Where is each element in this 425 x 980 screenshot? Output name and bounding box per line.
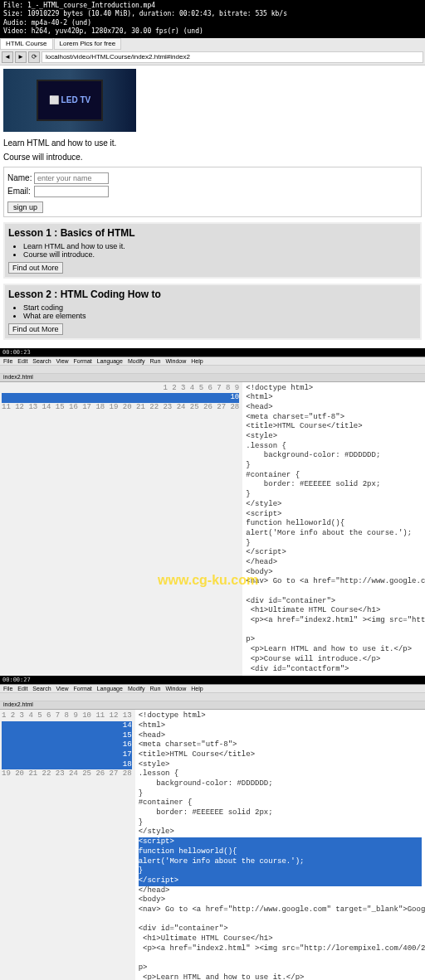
- editor-menubar: File Edit Search View Format Language Mo…: [0, 685, 425, 693]
- browser-tab-1[interactable]: HTML Course: [0, 38, 53, 50]
- list-item: Course will introduce.: [23, 250, 417, 259]
- meta-size: Size: 10910229 bytes (10.40 MiB), durati…: [3, 10, 422, 18]
- list-item: Learn HTML and how to use it.: [23, 242, 417, 250]
- browser-chrome: HTML Course Lorem Pics for free ◄ ► ⟳: [0, 38, 425, 65]
- menu-search[interactable]: Search: [32, 686, 51, 691]
- name-input[interactable]: [34, 172, 109, 184]
- menu-view[interactable]: View: [56, 358, 69, 364]
- menu-run[interactable]: Run: [150, 358, 161, 364]
- menu-file[interactable]: File: [3, 686, 12, 691]
- lesson-2: Lesson 2 : HTML Coding How to Start codi…: [3, 284, 422, 340]
- email-input[interactable]: [34, 186, 109, 197]
- forward-icon: ►: [17, 53, 24, 61]
- course-text: Course will introduce.: [3, 153, 422, 162]
- reload-button[interactable]: ⟳: [28, 51, 40, 63]
- file-tab[interactable]: index2.html: [3, 374, 33, 380]
- menu-modify[interactable]: Modify: [128, 358, 145, 364]
- menu-file[interactable]: File: [3, 358, 12, 364]
- findout-button-1[interactable]: Find out More: [8, 262, 63, 274]
- menu-edit[interactable]: Edit: [17, 358, 27, 364]
- code-area-1[interactable]: 1 2 3 4 5 6 7 8 9 1011 12 13 14 15 16 17…: [0, 382, 425, 677]
- menu-modify[interactable]: Modify: [128, 686, 145, 691]
- rendered-page: ⬜ LED TV Learn HTML and how to use it. C…: [0, 65, 425, 348]
- tv-label: ⬜ LED TV: [49, 95, 90, 104]
- editor-filetabs: index2.html: [0, 701, 425, 710]
- address-bar: ◄ ► ⟳: [0, 50, 425, 65]
- url-input[interactable]: [42, 51, 423, 63]
- menu-window[interactable]: Window: [165, 358, 186, 364]
- editor-filetabs: index2.html: [0, 374, 425, 382]
- signup-button[interactable]: sign up: [7, 201, 43, 213]
- meta-video: Video: h264, yuv420p, 1280x720, 30.00 fp…: [3, 27, 422, 36]
- back-icon: ◄: [4, 53, 11, 61]
- list-item: Start coding: [23, 303, 417, 312]
- menu-window[interactable]: Window: [165, 686, 186, 691]
- findout-button-2[interactable]: Find out More: [8, 323, 63, 335]
- editor-pane-1: File Edit Search View Format Language Mo…: [0, 357, 425, 677]
- menu-help[interactable]: Help: [191, 358, 203, 364]
- lesson-1-title: Lesson 1 : Basics of HTML: [8, 227, 417, 239]
- browser-tabs: HTML Course Lorem Pics for free: [0, 38, 425, 50]
- meta-audio: Audio: mp4a-40-2 (und): [3, 19, 422, 27]
- menu-search[interactable]: Search: [32, 358, 51, 364]
- code-lines[interactable]: <!doctype html> <html> <head> <meta char…: [242, 382, 425, 677]
- line-gutter: 1 2 3 4 5 6 7 8 9 10 11 12 13 1415161718…: [0, 710, 135, 980]
- watermark: www.cg-ku.com: [158, 573, 258, 588]
- learn-text: Learn HTML and how to use it.: [3, 138, 422, 148]
- browser-tab-2[interactable]: Lorem Pics for free: [54, 38, 122, 50]
- menu-format[interactable]: Format: [74, 686, 92, 691]
- email-label: Email:: [7, 187, 34, 196]
- editor-pane-2: File Edit Search View Format Language Mo…: [0, 684, 425, 980]
- menu-language[interactable]: Language: [97, 358, 123, 364]
- tv-screen: ⬜ LED TV: [37, 80, 103, 121]
- name-label: Name:: [7, 173, 34, 182]
- editor-toolbar: [0, 693, 425, 701]
- tab-label: Lorem Pics for free: [60, 40, 116, 47]
- code-area-2[interactable]: 1 2 3 4 5 6 7 8 9 10 11 12 13 1415161718…: [0, 710, 425, 980]
- tab-label: HTML Course: [6, 40, 47, 47]
- list-item: What are elements: [23, 312, 417, 320]
- timestamp-1: 00:00:23: [0, 348, 425, 357]
- video-metadata: File: 1_-_HTML_course_Introduction.mp4 S…: [0, 0, 425, 38]
- back-button[interactable]: ◄: [2, 51, 13, 63]
- lesson-2-title: Lesson 2 : HTML Coding How to: [8, 289, 417, 300]
- meta-file: File: 1_-_HTML_course_Introduction.mp4: [3, 2, 422, 10]
- timestamp-2: 00:00:27: [0, 676, 425, 684]
- menu-edit[interactable]: Edit: [17, 686, 27, 691]
- editor-toolbar: [0, 366, 425, 374]
- code-lines[interactable]: <!doctype html> <html> <head> <meta char…: [135, 710, 425, 980]
- hero-image[interactable]: ⬜ LED TV: [3, 69, 136, 132]
- editor-menubar: File Edit Search View Format Language Mo…: [0, 357, 425, 366]
- lesson-1: Lesson 1 : Basics of HTML Learn HTML and…: [3, 222, 422, 279]
- file-tab[interactable]: index2.html: [3, 701, 33, 707]
- menu-help[interactable]: Help: [191, 686, 203, 691]
- forward-button[interactable]: ►: [15, 51, 27, 63]
- signup-form: Name: Email: sign up: [3, 167, 422, 217]
- menu-view[interactable]: View: [56, 686, 69, 691]
- menu-run[interactable]: Run: [150, 686, 161, 691]
- menu-format[interactable]: Format: [74, 358, 92, 364]
- menu-language[interactable]: Language: [97, 686, 123, 691]
- line-gutter: 1 2 3 4 5 6 7 8 9 1011 12 13 14 15 16 17…: [0, 382, 242, 677]
- reload-icon: ⟳: [32, 53, 37, 61]
